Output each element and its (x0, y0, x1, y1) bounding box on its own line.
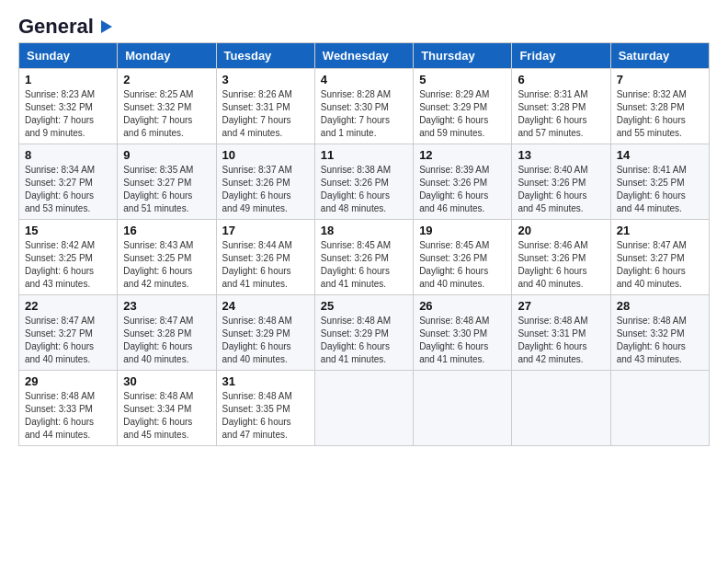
calendar-cell: 20 Sunrise: 8:46 AM Sunset: 3:26 PM Dayl… (512, 220, 610, 295)
logo: General (18, 15, 116, 35)
day-info: Sunrise: 8:23 AM Sunset: 3:32 PM Dayligh… (25, 88, 111, 140)
calendar-cell: 16 Sunrise: 8:43 AM Sunset: 3:25 PM Dayl… (118, 220, 216, 295)
day-info: Sunrise: 8:46 AM Sunset: 3:26 PM Dayligh… (518, 239, 604, 291)
day-info: Sunrise: 8:26 AM Sunset: 3:31 PM Dayligh… (222, 88, 309, 140)
day-info: Sunrise: 8:41 AM Sunset: 3:25 PM Dayligh… (617, 164, 703, 215)
page-header: General (18, 15, 710, 35)
calendar-cell: 26 Sunrise: 8:48 AM Sunset: 3:30 PM Dayl… (414, 295, 512, 371)
day-info: Sunrise: 8:28 AM Sunset: 3:30 PM Dayligh… (321, 88, 407, 140)
day-number: 5 (419, 73, 506, 86)
column-header-sunday: Sunday (19, 43, 118, 69)
calendar-cell: 12 Sunrise: 8:39 AM Sunset: 3:26 PM Dayl… (414, 144, 512, 220)
calendar-cell: 21 Sunrise: 8:47 AM Sunset: 3:27 PM Dayl… (610, 220, 709, 295)
column-header-friday: Friday (512, 43, 610, 69)
calendar-cell: 7 Sunrise: 8:32 AM Sunset: 3:28 PM Dayli… (610, 69, 709, 144)
calendar-cell: 17 Sunrise: 8:44 AM Sunset: 3:26 PM Dayl… (216, 220, 314, 295)
day-number: 18 (321, 224, 407, 237)
calendar-cell: 6 Sunrise: 8:31 AM Sunset: 3:28 PM Dayli… (512, 69, 610, 144)
calendar-cell (512, 371, 610, 446)
calendar-cell: 4 Sunrise: 8:28 AM Sunset: 3:30 PM Dayli… (314, 69, 413, 144)
day-info: Sunrise: 8:40 AM Sunset: 3:26 PM Dayligh… (518, 164, 604, 215)
column-header-saturday: Saturday (610, 43, 709, 69)
calendar-cell (610, 371, 709, 446)
day-info: Sunrise: 8:48 AM Sunset: 3:35 PM Dayligh… (222, 390, 309, 442)
day-info: Sunrise: 8:48 AM Sunset: 3:33 PM Dayligh… (25, 390, 111, 442)
day-number: 20 (518, 224, 604, 237)
calendar-cell: 30 Sunrise: 8:48 AM Sunset: 3:34 PM Dayl… (118, 371, 216, 446)
day-number: 19 (419, 224, 506, 237)
calendar-cell: 2 Sunrise: 8:25 AM Sunset: 3:32 PM Dayli… (118, 69, 216, 144)
calendar-cell: 5 Sunrise: 8:29 AM Sunset: 3:29 PM Dayli… (414, 69, 512, 144)
day-info: Sunrise: 8:47 AM Sunset: 3:28 PM Dayligh… (123, 315, 210, 366)
calendar-cell: 25 Sunrise: 8:48 AM Sunset: 3:29 PM Dayl… (314, 295, 413, 371)
column-header-thursday: Thursday (414, 43, 512, 69)
calendar-cell: 14 Sunrise: 8:41 AM Sunset: 3:25 PM Dayl… (610, 144, 709, 220)
calendar-cell: 1 Sunrise: 8:23 AM Sunset: 3:32 PM Dayli… (19, 69, 118, 144)
day-info: Sunrise: 8:34 AM Sunset: 3:27 PM Dayligh… (25, 164, 111, 215)
day-number: 1 (25, 73, 111, 86)
day-number: 11 (321, 148, 407, 162)
day-info: Sunrise: 8:25 AM Sunset: 3:32 PM Dayligh… (123, 88, 210, 140)
day-info: Sunrise: 8:48 AM Sunset: 3:31 PM Dayligh… (518, 315, 604, 366)
calendar-cell: 22 Sunrise: 8:47 AM Sunset: 3:27 PM Dayl… (19, 295, 118, 371)
day-number: 14 (617, 148, 703, 162)
day-number: 27 (518, 299, 604, 313)
calendar-cell: 24 Sunrise: 8:48 AM Sunset: 3:29 PM Dayl… (216, 295, 314, 371)
day-info: Sunrise: 8:38 AM Sunset: 3:26 PM Dayligh… (321, 164, 407, 215)
calendar-cell: 27 Sunrise: 8:48 AM Sunset: 3:31 PM Dayl… (512, 295, 610, 371)
day-info: Sunrise: 8:47 AM Sunset: 3:27 PM Dayligh… (25, 315, 111, 366)
day-info: Sunrise: 8:48 AM Sunset: 3:32 PM Dayligh… (617, 315, 703, 366)
calendar-cell (414, 371, 512, 446)
day-number: 16 (123, 224, 210, 237)
day-number: 8 (25, 148, 111, 162)
calendar-cell: 11 Sunrise: 8:38 AM Sunset: 3:26 PM Dayl… (314, 144, 413, 220)
day-number: 10 (222, 148, 309, 162)
day-number: 3 (222, 73, 309, 86)
day-info: Sunrise: 8:47 AM Sunset: 3:27 PM Dayligh… (617, 239, 703, 291)
calendar-cell: 8 Sunrise: 8:34 AM Sunset: 3:27 PM Dayli… (19, 144, 118, 220)
day-number: 23 (123, 299, 210, 313)
calendar-cell: 10 Sunrise: 8:37 AM Sunset: 3:26 PM Dayl… (216, 144, 314, 220)
day-number: 15 (25, 224, 111, 237)
day-info: Sunrise: 8:45 AM Sunset: 3:26 PM Dayligh… (419, 239, 506, 291)
day-info: Sunrise: 8:43 AM Sunset: 3:25 PM Dayligh… (123, 239, 210, 291)
calendar-cell: 31 Sunrise: 8:48 AM Sunset: 3:35 PM Dayl… (216, 371, 314, 446)
calendar-cell: 28 Sunrise: 8:48 AM Sunset: 3:32 PM Dayl… (610, 295, 709, 371)
day-info: Sunrise: 8:35 AM Sunset: 3:27 PM Dayligh… (123, 164, 210, 215)
calendar-cell: 19 Sunrise: 8:45 AM Sunset: 3:26 PM Dayl… (414, 220, 512, 295)
day-number: 31 (222, 374, 309, 388)
day-info: Sunrise: 8:44 AM Sunset: 3:26 PM Dayligh… (222, 239, 309, 291)
calendar-week-1: 1 Sunrise: 8:23 AM Sunset: 3:32 PM Dayli… (19, 69, 710, 144)
calendar-week-4: 22 Sunrise: 8:47 AM Sunset: 3:27 PM Dayl… (19, 295, 710, 371)
day-number: 26 (419, 299, 506, 313)
day-info: Sunrise: 8:48 AM Sunset: 3:30 PM Dayligh… (419, 315, 506, 366)
day-number: 21 (617, 224, 703, 237)
calendar-cell: 13 Sunrise: 8:40 AM Sunset: 3:26 PM Dayl… (512, 144, 610, 220)
day-number: 22 (25, 299, 111, 313)
calendar-cell: 15 Sunrise: 8:42 AM Sunset: 3:25 PM Dayl… (19, 220, 118, 295)
calendar-cell: 9 Sunrise: 8:35 AM Sunset: 3:27 PM Dayli… (118, 144, 216, 220)
day-info: Sunrise: 8:48 AM Sunset: 3:34 PM Dayligh… (123, 390, 210, 442)
calendar-table: SundayMondayTuesdayWednesdayThursdayFrid… (18, 42, 710, 446)
calendar-cell: 23 Sunrise: 8:47 AM Sunset: 3:28 PM Dayl… (118, 295, 216, 371)
day-number: 4 (321, 73, 407, 86)
calendar-week-5: 29 Sunrise: 8:48 AM Sunset: 3:33 PM Dayl… (19, 371, 710, 446)
day-number: 30 (123, 374, 210, 388)
day-number: 17 (222, 224, 309, 237)
day-number: 25 (321, 299, 407, 313)
day-info: Sunrise: 8:31 AM Sunset: 3:28 PM Dayligh… (518, 88, 604, 140)
column-header-wednesday: Wednesday (314, 43, 413, 69)
day-info: Sunrise: 8:45 AM Sunset: 3:26 PM Dayligh… (321, 239, 407, 291)
calendar-week-3: 15 Sunrise: 8:42 AM Sunset: 3:25 PM Dayl… (19, 220, 710, 295)
day-number: 7 (617, 73, 703, 86)
column-header-monday: Monday (118, 43, 216, 69)
day-info: Sunrise: 8:37 AM Sunset: 3:26 PM Dayligh… (222, 164, 309, 215)
day-number: 2 (123, 73, 210, 86)
day-number: 29 (25, 374, 111, 388)
calendar-week-2: 8 Sunrise: 8:34 AM Sunset: 3:27 PM Dayli… (19, 144, 710, 220)
day-number: 28 (617, 299, 703, 313)
calendar-cell (314, 371, 413, 446)
day-info: Sunrise: 8:48 AM Sunset: 3:29 PM Dayligh… (321, 315, 407, 366)
svg-marker-0 (101, 20, 112, 33)
day-number: 9 (123, 148, 210, 162)
